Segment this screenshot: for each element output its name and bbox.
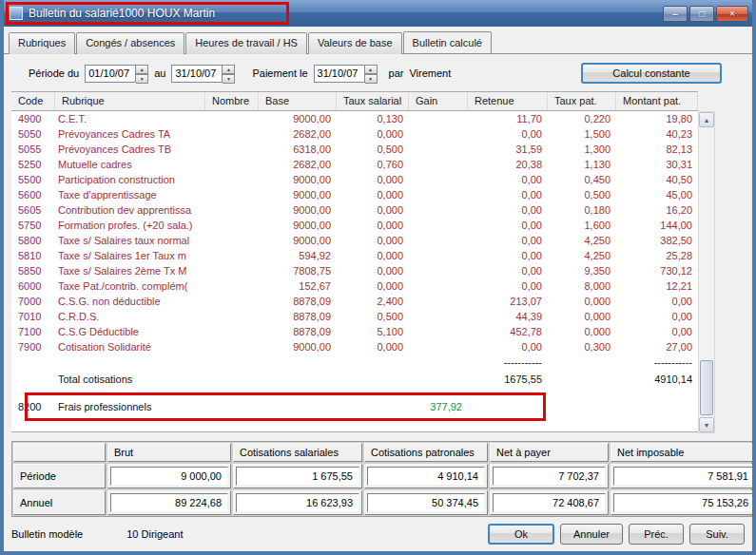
cell-code: 5055 <box>11 142 55 157</box>
cell-retenue: 0,00 <box>468 187 548 202</box>
cell-montant-pat: 16,20 <box>616 202 698 218</box>
cell-code: 5800 <box>11 233 55 248</box>
table-row[interactable]: 7010C.R.D.S.8878,090,50044,390,0000,00 <box>11 309 698 324</box>
cell-retenue: 31,59 <box>468 142 548 157</box>
cell-nombre <box>205 278 259 294</box>
cell-taux-pat: 0,220 <box>548 111 616 126</box>
cell-retenue: 0,00 <box>468 233 548 248</box>
previous-button[interactable]: Préc. <box>629 524 684 545</box>
cell-retenue: 0,00 <box>468 202 548 218</box>
table-row[interactable]: 5055Prévoyances Cadres TB6318,000,50031,… <box>11 142 698 157</box>
cell-base: 2682,00 <box>259 126 337 142</box>
bulletin-model-label: Bulletin modèle <box>11 528 83 540</box>
minimize-button-icon[interactable]: – <box>663 6 688 22</box>
cell-base: 594,92 <box>259 248 337 263</box>
cell-montant-pat: 730,12 <box>616 263 698 278</box>
period-to-spinner[interactable]: ▲ ▼ <box>223 65 235 83</box>
scrollbar-thumb[interactable] <box>700 360 713 415</box>
tab-valeurs-base[interactable]: Valeurs de base <box>308 32 402 54</box>
cell-gain <box>409 278 468 294</box>
cell-gain <box>409 142 468 157</box>
cell-taux-salarial: 0,000 <box>337 187 409 202</box>
table-row[interactable]: 6000Taxe Pat./contrib. complém(152,670,0… <box>11 278 698 294</box>
cell-base: 9000,00 <box>259 172 337 187</box>
cell-nombre <box>205 126 259 142</box>
table-row[interactable]: 7100C.S.G Déductible8878,095,100452,780,… <box>11 324 698 339</box>
bulletin-model-value: 10 Dirigeant <box>126 528 183 540</box>
vertical-scrollbar[interactable]: ▲ ▼ <box>698 111 715 433</box>
cell-retenue: 0,00 <box>468 172 548 187</box>
cell-retenue: 0,00 <box>468 126 548 142</box>
cell-taux-pat: 8,000 <box>548 278 616 294</box>
cell-retenue: 11,70 <box>468 111 548 126</box>
tab-rubriques[interactable]: Rubriques <box>9 32 75 54</box>
maximize-button-icon[interactable]: □ <box>689 6 714 22</box>
cell-taux-pat: 4,250 <box>548 248 616 263</box>
table-row[interactable]: 5810Taxe s/ Salaires 1er Taux m594,920,0… <box>11 248 698 263</box>
annuel-brut: 89 224,68 <box>110 493 228 512</box>
cancel-button[interactable]: Annuler <box>560 524 623 545</box>
spinner-down-icon[interactable]: ▼ <box>136 74 148 84</box>
spinner-down-icon[interactable]: ▼ <box>365 74 378 84</box>
cell-taux-pat: 1,300 <box>548 142 616 157</box>
tab-heures-travail[interactable]: Heures de travail / HS <box>185 32 307 54</box>
scroll-down-icon[interactable]: ▼ <box>699 417 714 432</box>
payroll-grid: Code Rubrique Nombre Base Taux salarial … <box>11 91 715 433</box>
table-row[interactable]: 5250Mutuelle cadres2682,000,76020,381,13… <box>11 157 698 172</box>
table-row[interactable]: 7000C.S.G. non déductible8878,092,400213… <box>11 294 698 309</box>
table-row[interactable]: 4900C.E.T.9000,000,13011,700,22019,80 <box>11 111 698 126</box>
table-row[interactable]: 5850Taxe s/ Salaires 2ème Tx M7808,750,0… <box>11 263 698 278</box>
payment-date-label: Paiement le <box>252 67 307 79</box>
spinner-up-icon[interactable]: ▲ <box>223 65 235 74</box>
cell-taux-salarial: 0,000 <box>337 278 409 294</box>
cell-rubrique: Prévoyances Cadres TB <box>55 142 205 157</box>
cell-taux-pat: 4,250 <box>548 233 616 248</box>
period-from-spinner[interactable]: ▲ ▼ <box>136 65 148 83</box>
payment-date-spinner[interactable]: ▲ ▼ <box>365 65 378 83</box>
period-from-input[interactable] <box>85 65 136 83</box>
cell-base: 2682,00 <box>259 157 337 172</box>
titlebar[interactable]: Bulletin du salarié1000 HOUX Martin – □ … <box>4 0 752 27</box>
cell-base: 6318,00 <box>259 142 337 157</box>
cell-gain <box>409 111 468 126</box>
close-button-icon[interactable]: × <box>716 6 748 22</box>
tab-conges-absences[interactable]: Congés / absences <box>76 32 184 54</box>
table-row[interactable]: 5605Contribution dev apprentissa9000,000… <box>11 202 698 218</box>
spinner-down-icon[interactable]: ▼ <box>223 74 235 84</box>
cell-nombre <box>205 187 259 202</box>
cell-taux-pat: 1,130 <box>548 157 616 172</box>
cell-montant-pat: 0,00 <box>616 294 698 309</box>
table-row[interactable]: 5750Formation profes. (+20 sala.)9000,00… <box>11 218 698 233</box>
frais-professionnels-row[interactable]: 8200 Frais professionnels 377,92 <box>11 398 698 415</box>
period-to-input[interactable] <box>171 65 223 83</box>
calc-constante-button[interactable]: Calcul constante <box>581 63 722 84</box>
spinner-up-icon[interactable]: ▲ <box>365 65 378 74</box>
table-row[interactable]: 7900Cotisation Solidarité9000,000,0000,0… <box>11 339 698 354</box>
grid-header: Code Rubrique Nombre Base Taux salarial … <box>11 91 698 111</box>
cell-montant-pat: 40,50 <box>616 172 698 187</box>
spinner-up-icon[interactable]: ▲ <box>136 65 148 74</box>
ok-button[interactable]: Ok <box>488 524 554 545</box>
payment-date-input[interactable] <box>314 65 365 83</box>
window-title: Bulletin du salarié1000 HOUX Martin <box>29 7 215 20</box>
table-row[interactable]: 5600Taxe d'apprentissage9000,000,0000,00… <box>11 187 698 202</box>
cell-rubrique: C.S.G Déductible <box>55 324 205 339</box>
cell-base: 9000,00 <box>259 111 337 126</box>
cell-gain <box>409 248 468 263</box>
cell-base: 8878,09 <box>259 294 337 309</box>
tab-bulletin-calcule[interactable]: Bulletin calculé <box>403 31 492 53</box>
summary-table: Brut Cotisations salariales Cotisations … <box>11 441 752 517</box>
footer: Bulletin modèle 10 Dirigeant Ok Annuler … <box>4 524 752 545</box>
table-row[interactable]: 5500Participation construction9000,000,0… <box>11 172 698 187</box>
table-row[interactable]: 5800Taxe s/ Salaires taux normal9000,000… <box>11 233 698 248</box>
table-row[interactable]: 5050Prévoyances Cadres TA2682,000,0000,0… <box>11 126 698 142</box>
cell-montant-pat: 12,21 <box>616 278 698 294</box>
cell-taux-pat: 0,450 <box>548 172 616 187</box>
cell-taux-salarial: 0,000 <box>337 248 409 263</box>
total-label: Total cotisations <box>55 370 205 389</box>
scroll-up-icon[interactable]: ▲ <box>699 112 714 127</box>
cell-gain <box>409 233 468 248</box>
cell-nombre <box>205 157 259 172</box>
next-button[interactable]: Suiv. <box>689 524 745 545</box>
cell-retenue: 0,00 <box>468 339 548 354</box>
